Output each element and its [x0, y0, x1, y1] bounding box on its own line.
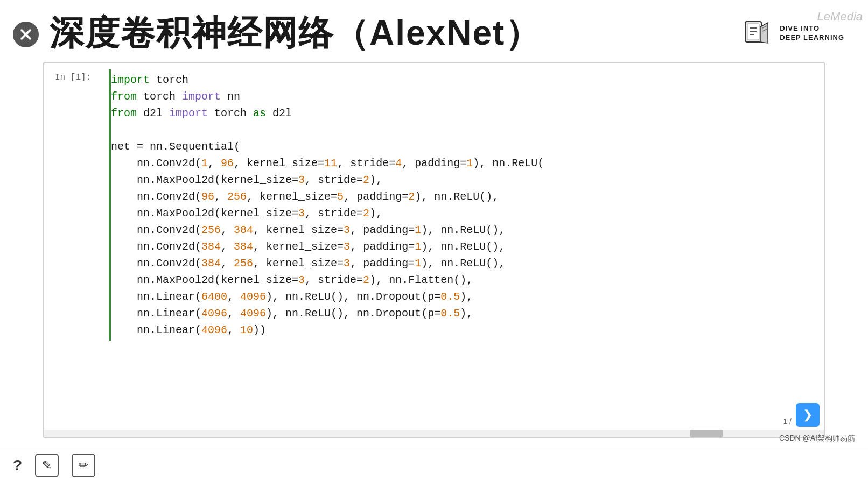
code-line-9: nn.MaxPool2d(kernel_size=3, stride=2), — [111, 205, 813, 222]
watermark: LeMedia — [817, 10, 863, 24]
code-line-16: nn.Linear(4096, 10)) — [111, 322, 813, 338]
code-line-7: nn.MaxPool2d(kernel_size=3, stride=2), — [111, 172, 813, 188]
close-button[interactable] — [13, 22, 39, 47]
code-line-4 — [111, 122, 813, 138]
code-line-12: nn.Conv2d(384, 256, kernel_size=3, paddi… — [111, 255, 813, 272]
code-line-10: nn.Conv2d(256, 384, kernel_size=3, paddi… — [111, 222, 813, 238]
scrollbar-thumb[interactable] — [690, 430, 723, 437]
cell-prompt: In [1]: — [44, 69, 109, 341]
code-cell: In [1]: import torch from torch import n… — [44, 63, 824, 347]
logo-line2: DEEP LEARNING — [780, 33, 844, 43]
horizontal-scrollbar[interactable] — [44, 430, 824, 437]
code-line-1: import torch — [111, 72, 813, 88]
attribution: CSDN @AI架构师易筋 — [779, 434, 855, 443]
dive-deep-learning-icon — [743, 18, 773, 48]
code-line-15: nn.Linear(4096, 4096), nn.ReLU(), nn.Dro… — [111, 305, 813, 322]
edit-button-2[interactable]: ✏ — [72, 454, 95, 477]
next-button[interactable]: ❯ — [796, 403, 820, 427]
code-line-2: from torch import nn — [111, 88, 813, 105]
code-line-14: nn.Linear(6400, 4096), nn.ReLU(), nn.Dro… — [111, 288, 813, 305]
page-indicator: 1 / — [783, 417, 792, 426]
notebook-container: In [1]: import torch from torch import n… — [43, 62, 825, 438]
cell-content[interactable]: import torch from torch import nn from d… — [109, 69, 824, 341]
help-button[interactable]: ? — [13, 457, 22, 474]
bottom-toolbar: ? ✎ ✏ — [0, 449, 868, 481]
code-line-6: nn.Conv2d(1, 96, kernel_size=11, stride=… — [111, 155, 813, 172]
code-line-11: nn.Conv2d(384, 384, kernel_size=3, paddi… — [111, 238, 813, 255]
page-title: 深度卷积神经网络（AlexNet） — [50, 10, 743, 56]
header: 深度卷积神经网络（AlexNet） DIVE INTO DEEP LEARNIN… — [0, 0, 868, 62]
logo-text: DIVE INTO DEEP LEARNING — [780, 24, 844, 43]
code-line-3: from d2l import torch as d2l — [111, 105, 813, 122]
edit-button-1[interactable]: ✎ — [35, 454, 59, 477]
logo-line1: DIVE INTO — [780, 24, 844, 33]
code-line-13: nn.MaxPool2d(kernel_size=3, stride=2), n… — [111, 272, 813, 288]
code-line-8: nn.Conv2d(96, 256, kernel_size=5, paddin… — [111, 188, 813, 205]
code-line-5: net = nn.Sequential( — [111, 138, 813, 155]
